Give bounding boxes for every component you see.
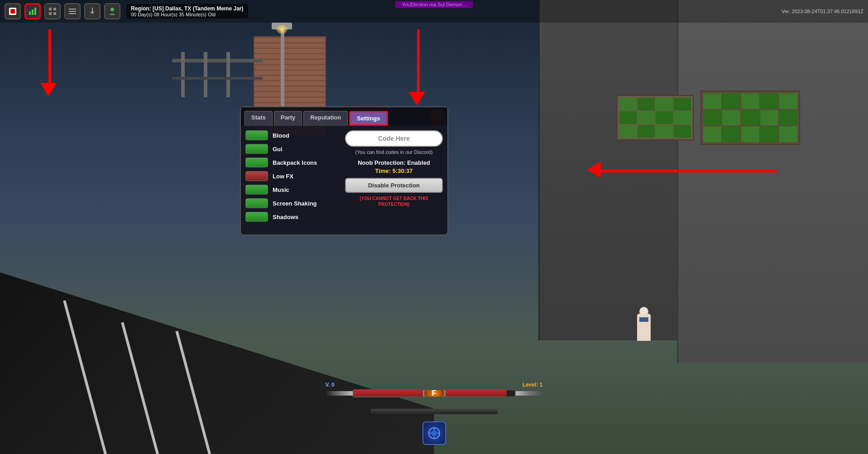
poster-13	[741, 126, 759, 142]
roblox-icon[interactable]	[5, 3, 21, 19]
arrow-line-down-vertical	[48, 29, 51, 84]
protection-warning: (YOU CANNOT GET BACK THIS PROTECTION)	[345, 196, 443, 207]
settings-right-col: Code Here (You can find codes in our Dis…	[340, 130, 443, 225]
xp-label-left: V. 0	[326, 382, 335, 388]
metal-bar-2	[172, 77, 263, 80]
poster-11	[703, 126, 721, 142]
svg-rect-8	[53, 12, 56, 15]
poster-4	[760, 93, 778, 109]
poster-10	[779, 110, 797, 126]
tabs-row: Stats Party Reputation Settings	[241, 107, 447, 126]
npc-character	[637, 314, 651, 341]
arrow-line-right-horizontal	[596, 170, 777, 172]
scroll-icon[interactable]	[64, 3, 81, 19]
toggle-label-lowfx: Low FX	[273, 173, 293, 180]
xp-bar-wrapper: F	[326, 389, 543, 397]
protection-time: Time: 5:30:37	[345, 167, 443, 174]
toggle-row-gui: Gui	[245, 144, 340, 154]
sword-decoration-right	[516, 391, 543, 396]
toggle-label-blood: Blood	[273, 132, 289, 139]
poster-12	[722, 126, 740, 142]
toggle-gui[interactable]	[245, 144, 268, 154]
svg-rect-11	[69, 13, 76, 14]
toggle-row-blood: Blood	[245, 130, 340, 140]
discord-hint: (You can find codes in our Discord)	[345, 149, 443, 156]
sword-icon[interactable]	[84, 3, 101, 19]
xp-emblem: F	[423, 389, 446, 397]
poster-6	[703, 110, 721, 126]
weapon-bar	[371, 409, 498, 414]
metal-pole-3	[226, 52, 230, 97]
poster-14	[760, 126, 778, 142]
protection-time-value: 5:30:37	[393, 167, 413, 174]
toggles-column: Blood Gui Backpack Icons Low FX Music Sc	[245, 130, 340, 225]
tab-stats[interactable]: Stats	[245, 111, 273, 126]
grid-icon[interactable]	[44, 3, 61, 19]
tab-settings[interactable]: Settings	[349, 111, 388, 126]
sword-decoration-left	[326, 391, 353, 396]
svg-rect-6	[53, 8, 56, 10]
tab-party[interactable]: Party	[274, 111, 302, 126]
metal-pole-1	[181, 52, 185, 97]
top-hud-bar: Region: [US] Dallas, TX (Tandem Meme Jar…	[0, 0, 868, 23]
main-panel: Stats Party Reputation Settings Blood Gu…	[240, 106, 448, 235]
poster-5	[779, 93, 797, 109]
toggle-row-music: Music	[245, 185, 340, 195]
svg-rect-2	[29, 11, 31, 15]
region-info: Region: [US] Dallas, TX (Tandem Meme Jar…	[126, 4, 248, 19]
toggle-music[interactable]	[245, 185, 268, 195]
poster-7	[722, 110, 740, 126]
toggle-label-shadows: Shadows	[273, 214, 298, 220]
region-name: Region: [US] Dallas, TX (Tandem Meme Jar…	[131, 5, 244, 12]
toggle-label-backpack: Backpack Icons	[273, 159, 317, 166]
svg-rect-1	[10, 9, 15, 14]
stats-icon[interactable]	[24, 3, 41, 19]
toggle-lowfx[interactable]	[245, 171, 268, 181]
skill-icon[interactable]	[422, 421, 446, 445]
code-input[interactable]: Code Here	[345, 130, 443, 147]
xp-emblem-letter: F	[432, 389, 436, 397]
toggle-blood[interactable]	[245, 130, 268, 140]
poster-15	[779, 126, 797, 142]
xp-label-right: Level: 1	[523, 382, 543, 388]
right-building-inner	[677, 0, 868, 363]
toggle-row-shadows: Shadows	[245, 212, 340, 222]
lamp-light	[276, 25, 288, 34]
player-icon[interactable]	[104, 3, 120, 19]
poster-1	[703, 93, 721, 109]
xp-bar-area: V. 0 Level: 1 F	[326, 382, 543, 397]
toggle-label-screen-shaking: Screen Shaking	[273, 200, 317, 207]
svg-rect-3	[32, 10, 34, 15]
poster-board-right	[700, 91, 800, 145]
svg-point-14	[110, 8, 114, 11]
arrow-head-settings	[409, 92, 425, 105]
skill-icon-svg	[427, 426, 441, 440]
poster-3	[741, 93, 759, 109]
poster-board-mid	[617, 95, 694, 140]
purple-banner: YoUDirction.ma.Sul Demon...	[395, 1, 473, 8]
svg-point-16	[432, 430, 437, 436]
arrow-line-settings-vertical	[417, 29, 420, 93]
panel-body: Blood Gui Backpack Icons Low FX Music Sc	[241, 126, 447, 228]
toggle-label-gui: Gui	[273, 146, 283, 153]
toggle-backpack[interactable]	[245, 158, 268, 167]
svg-rect-7	[49, 12, 52, 15]
region-uptime: 00 Day(s) 08 Hour(s) 35 Minute(s) Old	[131, 12, 244, 17]
version-info: Ver: 2023-08-24T01:37:46.0121691Z	[782, 9, 863, 14]
poster-9	[760, 110, 778, 126]
disable-protection-button[interactable]: Disable Protection	[345, 178, 443, 193]
xp-bar-outer: F	[353, 389, 516, 397]
svg-rect-10	[69, 11, 76, 12]
tab-reputation[interactable]: Reputation	[303, 111, 348, 126]
toggle-row-lowfx: Low FX	[245, 171, 340, 181]
toggle-shadows[interactable]	[245, 212, 268, 222]
xp-labels: V. 0 Level: 1	[326, 382, 543, 388]
toggle-screen-shaking[interactable]	[245, 198, 268, 208]
svg-rect-5	[49, 8, 52, 10]
protection-time-label: Time:	[375, 167, 391, 174]
toggle-row-backpack: Backpack Icons	[245, 158, 340, 167]
street-lamp	[281, 27, 284, 118]
arrow-head-left	[587, 162, 601, 178]
metal-bar-1	[172, 59, 263, 62]
poster-8	[741, 110, 759, 126]
